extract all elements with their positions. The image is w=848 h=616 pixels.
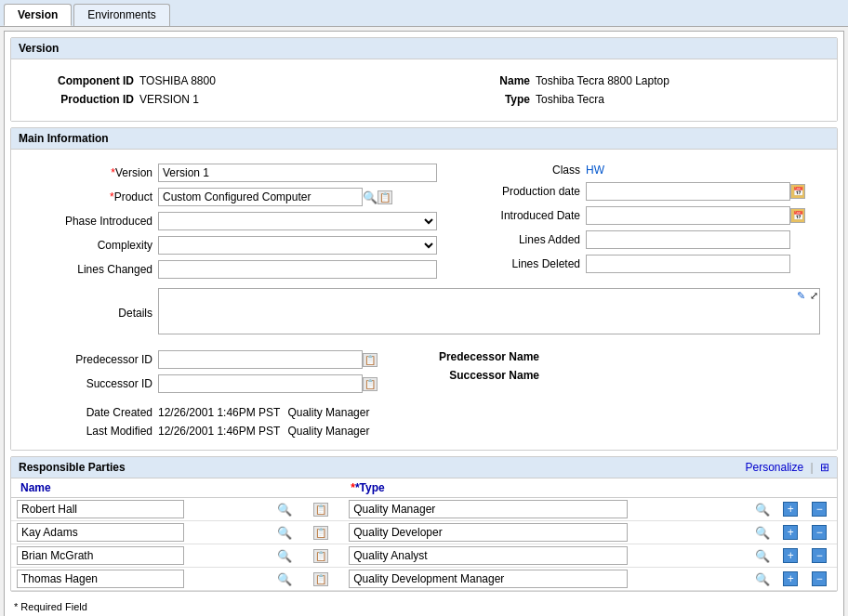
row-ref-icon[interactable]: 📋 [313, 503, 328, 517]
lines-deleted-label: Lines Deleted [456, 257, 586, 270]
row-search-icon[interactable]: 🔍 [277, 526, 292, 540]
remove-row-button[interactable]: − [812, 502, 827, 517]
production-id-value: VERSION 1 [139, 93, 199, 106]
predecessor-id-label: Predecessor ID [28, 353, 158, 366]
production-id-row: Production ID VERSION 1 [37, 91, 415, 108]
type-search-icon[interactable]: 🔍 [755, 549, 770, 563]
successor-id-ref-icon[interactable]: 📋 [363, 377, 378, 391]
resp-table-head: Name *Type [11, 478, 837, 498]
type-input[interactable] [349, 570, 628, 588]
type-value: Toshiba Tecra [536, 93, 604, 106]
lines-changed-input[interactable] [158, 260, 437, 279]
last-modified-value: 12/26/2001 1:46PM PST [158, 425, 280, 438]
version-section-body: Component ID TOSHIBA 8800 Name Toshiba T… [11, 59, 837, 121]
remove-row-button[interactable]: − [812, 525, 827, 540]
name-col-header: Name [11, 478, 273, 498]
complexity-select[interactable] [158, 236, 437, 255]
minus-col [808, 478, 837, 498]
production-date-cal-icon[interactable]: 📅 [790, 184, 805, 199]
row-search-icon[interactable]: 🔍 [277, 549, 292, 563]
class-label: Class [456, 164, 586, 177]
row-ref-icon[interactable]: 📋 [313, 549, 328, 563]
resp-expand-icon[interactable]: ⊞ [820, 461, 829, 474]
tabs-bar: Version Environments [0, 0, 848, 27]
version-input[interactable] [158, 164, 437, 182]
page-wrapper: Version Environments Version Component I… [0, 0, 848, 616]
production-date-row: Production date 📅 [456, 179, 820, 203]
component-id-row: Component ID TOSHIBA 8800 [37, 72, 415, 89]
remove-row-button[interactable]: − [812, 548, 827, 563]
product-search-icon[interactable]: 🔍 [363, 190, 378, 204]
product-input[interactable] [158, 188, 363, 206]
version-info-grid: Component ID TOSHIBA 8800 Name Toshiba T… [19, 67, 829, 113]
details-edit-icon[interactable]: ✎ [797, 290, 805, 302]
resp-section-header: Responsible Parties Personalize | ⊞ [11, 457, 837, 478]
add-row-button[interactable]: + [783, 548, 798, 563]
type-search-icon[interactable]: 🔍 [755, 526, 770, 540]
class-value: HW [586, 164, 604, 177]
predecessor-id-row: Predecessor ID 📋 [28, 347, 415, 372]
type-search-icon[interactable]: 🔍 [755, 572, 770, 586]
predecessor-id-ref-icon[interactable]: 📋 [363, 353, 378, 367]
version-section: Version Component ID TOSHIBA 8800 Name T… [10, 37, 838, 122]
introduced-date-cal-icon[interactable]: 📅 [790, 208, 805, 223]
name-label: Name [433, 74, 536, 87]
resp-table-body: 🔍 📋 🔍 + − 🔍 � [11, 498, 837, 591]
date-created-row: Date Created 12/26/2001 1:46PM PST Quali… [28, 403, 820, 422]
name-input[interactable] [17, 570, 184, 588]
version-row: Version [28, 161, 437, 185]
production-date-input[interactable] [586, 182, 790, 201]
resp-header-actions: Personalize | ⊞ [745, 461, 829, 474]
table-row: 🔍 📋 🔍 + − [11, 498, 837, 521]
type-input[interactable] [349, 546, 628, 565]
row-search-icon[interactable]: 🔍 [277, 572, 292, 586]
lines-changed-row: Lines Changed [28, 257, 437, 282]
table-row: 🔍 📋 🔍 + − [11, 568, 837, 591]
last-modified-label: Last Modified [28, 425, 158, 438]
lines-deleted-input[interactable] [586, 255, 790, 273]
plus-col [779, 478, 808, 498]
product-ref-icon[interactable]: 📋 [378, 190, 392, 204]
pred-succ-grid: Predecessor ID 📋 Successor ID 📋 Predec [19, 344, 829, 400]
details-label: Details [28, 307, 158, 320]
remove-row-button[interactable]: − [812, 571, 827, 586]
row-ref-icon[interactable]: 📋 [313, 526, 328, 540]
details-textarea[interactable] [158, 288, 820, 334]
type-input[interactable] [349, 523, 628, 542]
introduced-date-label: Introduced Date [456, 209, 586, 222]
name-value: Toshiba Tecra 8800 Laptop [536, 74, 669, 87]
type-row: Type Toshiba Tecra [433, 91, 811, 108]
resp-table-header-row: Name *Type [11, 478, 837, 498]
add-row-button[interactable]: + [783, 525, 798, 540]
date-created-label: Date Created [28, 406, 158, 419]
predecessor-id-input[interactable] [158, 350, 363, 369]
production-id-label: Production ID [37, 93, 139, 106]
name-input[interactable] [17, 546, 184, 565]
main-section: Main Information Version Product 🔍 � [10, 127, 838, 451]
row-search-icon[interactable]: 🔍 [277, 503, 292, 517]
lines-added-row: Lines Added [456, 228, 820, 252]
production-date-label: Production date [456, 185, 586, 198]
type-input[interactable] [349, 500, 628, 518]
successor-id-input[interactable] [158, 374, 363, 393]
lines-deleted-row: Lines Deleted [456, 252, 820, 276]
responsible-parties-section: Responsible Parties Personalize | ⊞ Name… [10, 456, 838, 592]
name-input[interactable] [17, 523, 184, 542]
resp-table: Name *Type 🔍 [11, 478, 837, 591]
introduced-date-input[interactable] [586, 206, 790, 225]
details-expand-icon[interactable]: ⤢ [810, 290, 818, 302]
type-search-icon[interactable]: 🔍 [755, 503, 770, 517]
tab-environments[interactable]: Environments [73, 4, 169, 26]
phase-select[interactable] [158, 212, 437, 230]
tab-version[interactable]: Version [4, 4, 72, 26]
resp-table-wrapper: Name *Type 🔍 [11, 478, 837, 591]
product-field-label: Product [28, 190, 158, 203]
required-note: * Required Field [5, 597, 843, 616]
name-input[interactable] [17, 500, 184, 518]
row-ref-icon[interactable]: 📋 [313, 572, 328, 586]
add-row-button[interactable]: + [783, 571, 798, 586]
predecessor-name-row: Predecessor Name [433, 347, 820, 366]
personalize-link[interactable]: Personalize [745, 461, 803, 474]
add-row-button[interactable]: + [783, 502, 798, 517]
lines-added-input[interactable] [586, 230, 790, 249]
